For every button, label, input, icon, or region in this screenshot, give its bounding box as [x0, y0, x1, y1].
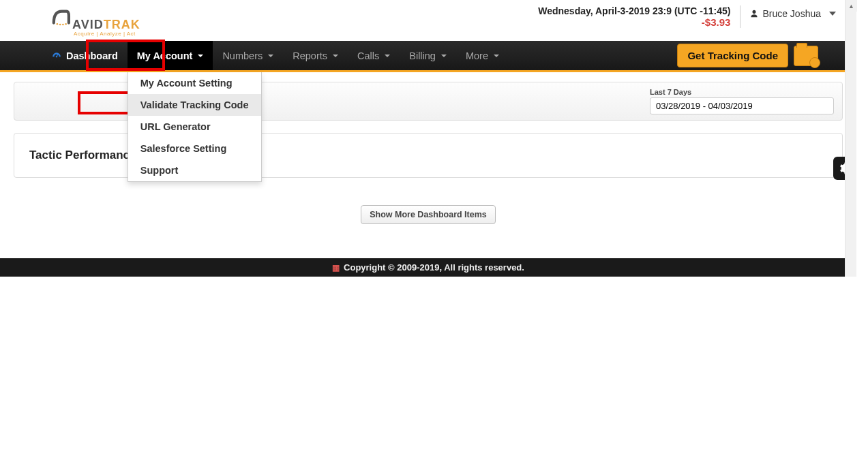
logo-mark-icon	[49, 5, 72, 29]
vertical-scrollbar[interactable]: ▲ ▼	[845, 0, 856, 277]
date-range-input[interactable]	[650, 97, 834, 114]
chevron-down-icon	[385, 55, 390, 57]
show-more-button[interactable]: Show More Dashboard Items	[361, 205, 496, 224]
nav-billing-label: Billing	[409, 50, 436, 61]
nav-calls-label: Calls	[357, 50, 379, 61]
user-name: Bruce Joshua	[762, 8, 821, 19]
top-header: AVIDTRAK Acquire | Analyze | Act Wednesd…	[0, 0, 856, 41]
header-datetime: Wednesday, April-3-2019 23:9 (UTC -11:45…	[538, 5, 730, 16]
menu-my-account-setting[interactable]: My Account Setting	[128, 72, 261, 94]
menu-validate-tracking-code[interactable]: Validate Tracking Code	[128, 94, 261, 116]
dashboard-icon	[50, 51, 63, 61]
svg-point-1	[59, 24, 61, 26]
datetime-block: Wednesday, April-3-2019 23:9 (UTC -11:45…	[538, 5, 740, 28]
user-menu[interactable]: Bruce Joshua	[750, 5, 843, 19]
nav-numbers-label: Numbers	[222, 50, 263, 61]
svg-point-2	[62, 24, 64, 26]
nav-dashboard[interactable]: Dashboard	[41, 41, 128, 70]
nav-reports-label: Reports	[293, 50, 327, 61]
folder-home-icon[interactable]	[794, 46, 818, 66]
nav-my-account[interactable]: My Account My Account Setting Validate T…	[128, 41, 213, 70]
nav-reports[interactable]: Reports	[283, 41, 348, 70]
menu-url-generator[interactable]: URL Generator	[128, 116, 261, 138]
chevron-down-icon	[494, 55, 499, 57]
nav-numbers[interactable]: Numbers	[213, 41, 283, 70]
main-nav: Dashboard My Account My Account Setting …	[0, 41, 856, 72]
svg-point-3	[65, 23, 67, 25]
date-filter-label: Last 7 Days	[650, 88, 834, 96]
logo-tagline: Acquire | Analyze | Act	[74, 31, 140, 37]
logo[interactable]: AVIDTRAK Acquire | Analyze | Act	[49, 5, 140, 37]
nav-billing[interactable]: Billing	[400, 41, 456, 70]
nav-more[interactable]: More	[456, 41, 509, 70]
nav-more-label: More	[466, 50, 488, 61]
nav-dashboard-label: Dashboard	[66, 50, 118, 61]
header-balance: -$3.93	[538, 16, 730, 28]
chevron-down-icon	[333, 55, 338, 57]
scroll-up-arrow[interactable]: ▲	[845, 0, 857, 12]
menu-salesforce-setting[interactable]: Salesforce Setting	[128, 138, 261, 159]
footer-text: Copyright © 2009-2019, All rights reserv…	[344, 262, 524, 273]
nav-calls[interactable]: Calls	[348, 41, 400, 70]
chevron-down-icon	[198, 55, 203, 57]
get-tracking-code-button[interactable]: Get Tracking Code	[677, 44, 788, 67]
user-icon	[750, 9, 758, 18]
scroll-track[interactable]	[845, 12, 856, 277]
my-account-dropdown: My Account Setting Validate Tracking Cod…	[128, 72, 262, 182]
footer: ▦Copyright © 2009-2019, All rights reser…	[0, 258, 856, 277]
svg-rect-5	[57, 54, 59, 57]
footer-grid-icon: ▦	[332, 263, 340, 273]
nav-my-account-label: My Account	[137, 50, 193, 61]
logo-text-dark: AVID	[72, 18, 104, 31]
chevron-down-icon	[441, 55, 447, 57]
menu-support[interactable]: Support	[128, 159, 261, 181]
chevron-down-icon	[268, 55, 273, 57]
logo-text-orange: TRAK	[104, 18, 140, 31]
chevron-down-icon	[829, 12, 836, 16]
svg-point-0	[57, 23, 59, 25]
tactic-performance-heading: Tactic Performance	[23, 139, 143, 172]
